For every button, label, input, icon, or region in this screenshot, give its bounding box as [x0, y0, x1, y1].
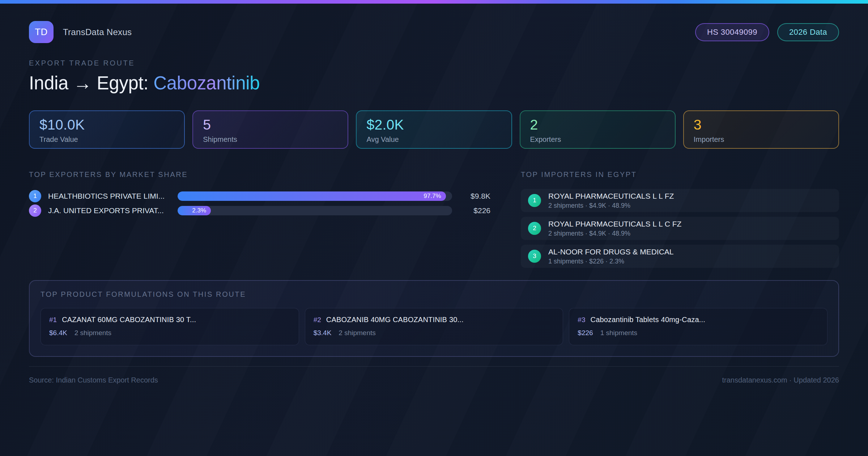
header-badges: HS 30049099 2026 Data — [695, 23, 839, 41]
importers-heading: TOP IMPORTERS IN EGYPT — [521, 170, 839, 179]
exporters-panel: TOP EXPORTERS BY MARKET SHARE 1 HEALTHBI… — [29, 170, 490, 268]
stat-value: 2 — [530, 117, 665, 133]
product-cards-row: #1 CAZANAT 60MG CABOZANTINIB 30 T... $6.… — [41, 308, 827, 345]
product-rank: #1 — [49, 316, 57, 324]
importer-list-item: 1 ROYAL PHARMACEUTICALS L L FZ 2 shipmen… — [521, 189, 839, 212]
product-shipments: 1 shipments — [600, 329, 637, 337]
importer-meta: 1 shipments · $226 · 2.3% — [548, 258, 674, 265]
brand-logo[interactable]: TD — [29, 21, 54, 43]
importer-meta: 2 shipments · $4.9K · 48.9% — [548, 230, 681, 237]
exporter-bar-chart: 1 HEALTHBIOTICS PRIVATE LIMI... 97.7% $9… — [29, 189, 490, 218]
product-shipments: 2 shipments — [75, 329, 111, 337]
stat-label: Avg Value — [366, 135, 501, 144]
rank-badge: 2 — [29, 204, 41, 217]
importers-panel: TOP IMPORTERS IN EGYPT 1 ROYAL PHARMACEU… — [521, 170, 839, 268]
product-stats-row: $226 1 shipments — [578, 329, 819, 337]
importer-list-item: 2 ROYAL PHARMACEUTICALS L L C FZ 2 shipm… — [521, 217, 839, 240]
product-title-row: #3 Cabozantinib Tablets 40mg-Caza... — [578, 316, 819, 324]
stat-label: Trade Value — [39, 135, 174, 144]
top-bar: TD TransData Nexus HS 30049099 2026 Data — [29, 21, 839, 43]
product-shipments: 2 shipments — [339, 329, 375, 337]
product-rank: #2 — [314, 316, 321, 324]
stat-card-importers: 3 Importers — [683, 110, 839, 149]
stat-label: Exporters — [530, 135, 665, 144]
product-name: CABOZANIB 40MG CABOZANTINIB 30... — [326, 316, 464, 324]
importer-name: AL-NOOR FOR DRUGS & MEDICAL — [548, 248, 674, 256]
brand-name: TransData Nexus — [63, 27, 132, 37]
exporter-row: 2 J.A. UNITED EXPORTS PRIVAT... 2.3% $22… — [29, 203, 490, 218]
stat-label: Importers — [694, 135, 829, 144]
product-rank: #3 — [578, 316, 585, 324]
product-value: $3.4K — [314, 329, 332, 337]
stat-cards-row: $10.0K Trade Value 5 Shipments $2.0K Avg… — [29, 110, 839, 149]
exporter-name: HEALTHBIOTICS PRIVATE LIMI... — [48, 192, 178, 200]
exporters-heading: TOP EXPORTERS BY MARKET SHARE — [29, 170, 490, 179]
market-share-bar-track: 2.3% — [178, 206, 452, 215]
product-value: $6.4K — [49, 329, 67, 337]
importer-list-item: 3 AL-NOOR FOR DRUGS & MEDICAL 1 shipment… — [521, 245, 839, 268]
stat-value: 5 — [203, 117, 338, 133]
market-share-bar-fill: 2.3% — [178, 206, 211, 215]
market-share-bar-fill: 97.7% — [178, 191, 446, 201]
page-title-route: India → Egypt: — [29, 73, 153, 93]
footer: Source: Indian Customs Export Records tr… — [29, 366, 839, 384]
stat-card-exporters: 2 Exporters — [520, 110, 676, 149]
products-panel: TOP PRODUCT FORMULATIONS ON THIS ROUTE #… — [29, 280, 839, 357]
stat-card-shipments: 5 Shipments — [192, 110, 348, 149]
market-share-label: 97.7% — [424, 193, 441, 200]
footer-source: Source: Indian Customs Export Records — [29, 376, 158, 384]
importer-name: ROYAL PHARMACEUTICALS L L C FZ — [548, 220, 681, 228]
product-title-row: #2 CABOZANIB 40MG CABOZANTINIB 30... — [314, 316, 555, 324]
product-card: #2 CABOZANIB 40MG CABOZANTINIB 30... $3.… — [305, 308, 563, 345]
page-container: TD TransData Nexus HS 30049099 2026 Data… — [0, 21, 868, 384]
top-accent-bar — [0, 0, 868, 4]
rank-badge: 1 — [29, 190, 41, 202]
stat-card-trade-value: $10.0K Trade Value — [29, 110, 185, 149]
market-share-bar-track: 97.7% — [178, 191, 452, 201]
year-data-badge[interactable]: 2026 Data — [777, 23, 839, 41]
eyebrow-label: EXPORT TRADE ROUTE — [29, 59, 839, 67]
importer-text: AL-NOOR FOR DRUGS & MEDICAL 1 shipments … — [548, 248, 674, 265]
product-title-row: #1 CAZANAT 60MG CABOZANTINIB 30 T... — [49, 316, 290, 324]
stat-label: Shipments — [203, 135, 338, 144]
rank-badge: 1 — [528, 194, 541, 207]
product-card: #3 Cabozantinib Tablets 40mg-Caza... $22… — [569, 308, 827, 345]
exporter-value: $226 — [452, 206, 490, 215]
stat-value: 3 — [694, 117, 829, 133]
importer-meta: 2 shipments · $4.9K · 48.9% — [548, 202, 674, 210]
page-title: India → Egypt: Cabozantinib — [29, 72, 839, 94]
hs-code-badge[interactable]: HS 30049099 — [695, 23, 769, 41]
stat-value: $2.0K — [366, 117, 501, 133]
products-heading: TOP PRODUCT FORMULATIONS ON THIS ROUTE — [41, 290, 827, 299]
page-title-product: Cabozantinib — [153, 73, 260, 93]
rank-badge: 3 — [528, 250, 541, 263]
importers-list: 1 ROYAL PHARMACEUTICALS L L FZ 2 shipmen… — [521, 189, 839, 268]
product-value: $226 — [578, 329, 593, 337]
exporter-row: 1 HEALTHBIOTICS PRIVATE LIMI... 97.7% $9… — [29, 189, 490, 203]
exporters-importers-section: TOP EXPORTERS BY MARKET SHARE 1 HEALTHBI… — [29, 170, 839, 268]
exporter-value: $9.8K — [452, 192, 490, 200]
importer-text: ROYAL PHARMACEUTICALS L L C FZ 2 shipmen… — [548, 220, 681, 237]
product-card: #1 CAZANAT 60MG CABOZANTINIB 30 T... $6.… — [41, 308, 299, 345]
product-stats-row: $6.4K 2 shipments — [49, 329, 290, 337]
importer-text: ROYAL PHARMACEUTICALS L L FZ 2 shipments… — [548, 192, 674, 210]
rank-badge: 2 — [528, 222, 541, 235]
brand: TD TransData Nexus — [29, 21, 132, 43]
stat-value: $10.0K — [39, 117, 174, 133]
market-share-label: 2.3% — [192, 207, 206, 214]
footer-site: transdatanexus.com · Updated 2026 — [722, 376, 839, 384]
stat-card-avg-value: $2.0K Avg Value — [356, 110, 512, 149]
importer-name: ROYAL PHARMACEUTICALS L L FZ — [548, 192, 674, 200]
product-name: Cabozantinib Tablets 40mg-Caza... — [590, 316, 705, 324]
exporter-name: J.A. UNITED EXPORTS PRIVAT... — [48, 206, 178, 215]
product-stats-row: $3.4K 2 shipments — [314, 329, 555, 337]
product-name: CAZANAT 60MG CABOZANTINIB 30 T... — [62, 316, 196, 324]
